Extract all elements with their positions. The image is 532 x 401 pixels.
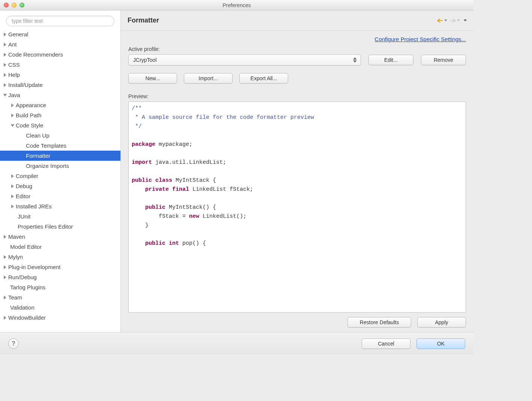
- zoom-icon[interactable]: [20, 3, 24, 7]
- tree-item-label: Properties Files Editor: [18, 223, 73, 230]
- ok-button[interactable]: OK: [416, 338, 465, 349]
- tree-item-label: Organize Imports: [26, 163, 69, 169]
- disclosure-triangle-icon[interactable]: [11, 205, 14, 208]
- nav-back-button[interactable]: [437, 18, 447, 23]
- disclosure-triangle-icon[interactable]: [11, 195, 14, 198]
- disclosure-triangle-icon[interactable]: [4, 43, 6, 46]
- tree-item-code-recommenders[interactable]: Code Recommenders: [0, 49, 120, 60]
- tree-item-label: Build Path: [16, 112, 41, 118]
- tree-item-label: Code Style: [16, 122, 43, 129]
- disclosure-triangle-icon[interactable]: [4, 296, 6, 299]
- tree-item-code-style[interactable]: Code Style: [0, 120, 120, 130]
- tree-item-general[interactable]: General: [0, 29, 120, 39]
- disclosure-triangle-icon[interactable]: [11, 124, 15, 127]
- disclosure-triangle-icon[interactable]: [11, 174, 14, 178]
- close-icon[interactable]: [4, 3, 9, 7]
- minimize-icon[interactable]: [12, 3, 17, 7]
- tree-item-installed-jres[interactable]: Installed JREs: [0, 201, 120, 211]
- tree-item-editor[interactable]: Editor: [0, 191, 120, 201]
- new-button[interactable]: New...: [128, 73, 177, 84]
- stepper-icon: [352, 57, 358, 63]
- tree-item-run-debug[interactable]: Run/Debug: [0, 272, 120, 282]
- preferences-tree[interactable]: GeneralAntCode RecommendersCSSHelpInstal…: [0, 29, 120, 332]
- tree-item-help[interactable]: Help: [0, 70, 120, 80]
- tree-item-label: Tarlog Plugins: [10, 284, 45, 290]
- tree-item-debug[interactable]: Debug: [0, 181, 120, 191]
- tree-item-label: WindowBuilder: [8, 314, 46, 321]
- main-header: Formatter: [121, 10, 473, 31]
- tree-item-label: Code Recommenders: [8, 51, 63, 58]
- tree-item-tarlog-plugins[interactable]: Tarlog Plugins: [0, 282, 120, 292]
- tree-item-java[interactable]: Java: [0, 90, 120, 100]
- chevron-down-icon: [444, 19, 447, 21]
- tree-item-label: Compiler: [16, 173, 38, 179]
- tree-item-label: Ant: [8, 41, 17, 48]
- chevron-down-icon: [457, 19, 460, 21]
- disclosure-triangle-icon[interactable]: [11, 184, 14, 188]
- tree-item-model-editor[interactable]: Model Editor: [0, 242, 120, 252]
- nav-forward-button[interactable]: [449, 18, 460, 23]
- active-profile-select[interactable]: JCrypTool: [128, 54, 361, 66]
- tree-item-code-templates[interactable]: Code Templates: [0, 141, 120, 151]
- disclosure-triangle-icon[interactable]: [4, 265, 6, 269]
- disclosure-triangle-icon[interactable]: [11, 103, 14, 107]
- tree-item-label: Installed JREs: [16, 203, 52, 209]
- export-all-button[interactable]: Export All...: [239, 73, 288, 84]
- tree-item-label: Install/Update: [8, 82, 43, 88]
- tree-item-build-path[interactable]: Build Path: [0, 110, 120, 120]
- cancel-button[interactable]: Cancel: [362, 338, 410, 349]
- tree-item-compiler[interactable]: Compiler: [0, 171, 120, 181]
- tree-item-junit[interactable]: JUnit: [0, 211, 120, 221]
- disclosure-triangle-icon[interactable]: [4, 33, 6, 36]
- filter-input[interactable]: [6, 16, 114, 26]
- remove-button[interactable]: Remove: [421, 55, 466, 65]
- tree-item-properties-files-editor[interactable]: Properties Files Editor: [0, 221, 120, 232]
- import-button[interactable]: Import...: [184, 73, 233, 84]
- page-title: Formatter: [128, 16, 159, 24]
- tree-item-appearance[interactable]: Appearance: [0, 100, 120, 110]
- disclosure-triangle-icon[interactable]: [4, 73, 6, 77]
- tree-item-clean-up[interactable]: Clean Up: [0, 130, 120, 141]
- tree-item-team[interactable]: Team: [0, 292, 120, 302]
- tree-item-plug-in-development[interactable]: Plug-in Development: [0, 262, 120, 272]
- tree-item-maven[interactable]: Maven: [0, 232, 120, 242]
- disclosure-triangle-icon[interactable]: [11, 114, 14, 117]
- disclosure-triangle-icon[interactable]: [4, 275, 6, 279]
- edit-button[interactable]: Edit...: [368, 55, 413, 65]
- tree-item-ant[interactable]: Ant: [0, 39, 120, 49]
- tree-item-label: Model Editor: [10, 244, 42, 250]
- disclosure-triangle-icon[interactable]: [4, 63, 6, 67]
- disclosure-triangle-icon[interactable]: [4, 235, 6, 239]
- configure-project-link[interactable]: Configure Project Specific Settings...: [375, 36, 466, 42]
- dialog-buttons-bar: ? Cancel OK: [0, 332, 473, 355]
- tree-item-organize-imports[interactable]: Organize Imports: [0, 161, 120, 171]
- disclosure-triangle-icon[interactable]: [4, 83, 6, 87]
- preferences-sidebar: GeneralAntCode RecommendersCSSHelpInstal…: [0, 10, 121, 332]
- active-profile-value: JCrypTool: [133, 57, 156, 63]
- disclosure-triangle-icon[interactable]: [4, 53, 6, 57]
- active-profile-label: Active profile:: [128, 46, 466, 52]
- tree-item-label: CSS: [8, 61, 20, 68]
- window-traffic-lights: [4, 3, 24, 7]
- tree-item-label: Formatter: [26, 153, 50, 159]
- titlebar: Preferences: [0, 0, 473, 10]
- window-title: Preferences: [0, 2, 473, 8]
- disclosure-triangle-icon[interactable]: [4, 255, 6, 259]
- disclosure-triangle-icon[interactable]: [3, 94, 7, 96]
- tree-item-install-update[interactable]: Install/Update: [0, 80, 120, 90]
- tree-item-label: JUnit: [18, 213, 30, 220]
- apply-button[interactable]: Apply: [417, 317, 466, 328]
- tree-item-mylyn[interactable]: Mylyn: [0, 252, 120, 262]
- tree-item-label: Validation: [10, 304, 35, 311]
- tree-item-css[interactable]: CSS: [0, 60, 120, 70]
- tree-item-validation[interactable]: Validation: [0, 302, 120, 313]
- tree-item-label: Plug-in Development: [8, 264, 60, 270]
- tree-item-formatter[interactable]: Formatter: [0, 151, 120, 161]
- disclosure-triangle-icon[interactable]: [4, 316, 6, 320]
- menu-triangle-icon[interactable]: [464, 19, 467, 21]
- tree-item-label: Mylyn: [8, 254, 23, 260]
- help-button[interactable]: ?: [8, 338, 19, 349]
- tree-item-windowbuilder[interactable]: WindowBuilder: [0, 313, 120, 323]
- arrow-left-icon: [437, 18, 443, 23]
- restore-defaults-button[interactable]: Restore Defaults: [347, 317, 411, 328]
